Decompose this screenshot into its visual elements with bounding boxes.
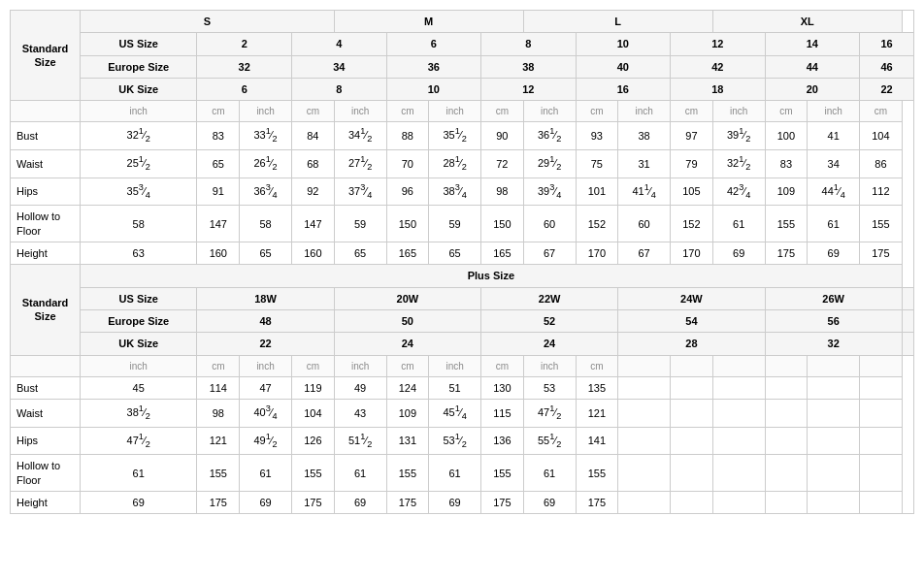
height-value: 160 bbox=[292, 242, 335, 265]
bust-value: 97 bbox=[671, 122, 713, 150]
plus-uk-size-label: UK Size bbox=[81, 333, 197, 355]
height-value: 69 bbox=[712, 242, 765, 265]
plus-waist-value: 451⁄4 bbox=[429, 399, 481, 427]
uk-size-value: 16 bbox=[576, 78, 671, 100]
height-label: Height bbox=[11, 242, 81, 265]
hollow_to_floor-value: 147 bbox=[197, 206, 240, 242]
plus-waist-label: Waist bbox=[11, 399, 81, 427]
plus-hollow_to_floor-value: 61 bbox=[81, 455, 197, 492]
height-value: 65 bbox=[429, 242, 481, 265]
plus-us-size-value: 20W bbox=[334, 287, 480, 309]
unit-label: cm bbox=[197, 101, 240, 122]
waist-row: Waist251⁄265261⁄268271⁄270281⁄272291⁄275… bbox=[11, 149, 914, 178]
plus-height-value: 69 bbox=[429, 491, 481, 513]
hips-value: 373⁄4 bbox=[334, 178, 386, 206]
hollow_to_floor-row: Hollow to Floor5814758147591505915060152… bbox=[11, 206, 914, 242]
plus-bust-value: 47 bbox=[240, 376, 292, 399]
hips-value: 101 bbox=[576, 178, 618, 206]
hollow_to_floor-value: 150 bbox=[481, 206, 524, 242]
us-size-value: 4 bbox=[292, 33, 387, 55]
europe-size-value: 34 bbox=[292, 55, 387, 78]
plus-hollow_to_floor-value: 155 bbox=[576, 455, 618, 492]
plus-waist-value: 471⁄2 bbox=[523, 399, 576, 427]
waist-value: 83 bbox=[765, 149, 808, 178]
unit-label: cm bbox=[481, 101, 524, 122]
plus-hips-label: Hips bbox=[11, 427, 81, 455]
plus-bust-value: 114 bbox=[197, 376, 240, 399]
plus-bust-value: 119 bbox=[292, 376, 335, 399]
hips-value: 91 bbox=[197, 178, 240, 206]
empty-label-plus bbox=[11, 355, 81, 376]
unit-label: inch bbox=[618, 101, 671, 122]
bust-value: 351⁄2 bbox=[429, 122, 481, 150]
unit-label: cm bbox=[292, 101, 335, 122]
uk-size-value: 6 bbox=[197, 78, 292, 100]
waist-value: 65 bbox=[197, 149, 240, 178]
plus-us-size-value: 18W bbox=[197, 287, 334, 309]
bust-value: 321⁄2 bbox=[81, 122, 197, 150]
plus-hips-value: 511⁄2 bbox=[334, 427, 386, 455]
bust-value: 104 bbox=[860, 122, 903, 150]
plus-europe-size-value: 48 bbox=[197, 309, 334, 332]
waist-value: 34 bbox=[808, 149, 860, 178]
bust-value: 41 bbox=[808, 122, 860, 150]
plus-unit-label: cm bbox=[197, 355, 240, 376]
plus-height-value: 69 bbox=[240, 491, 292, 513]
hollow_to_floor-label: Hollow to Floor bbox=[11, 206, 81, 242]
unit-label: inch bbox=[523, 101, 576, 122]
height-value: 65 bbox=[240, 242, 292, 265]
plus-waist-row: Waist381⁄298403⁄410443109451⁄4115471⁄212… bbox=[11, 399, 914, 427]
europe-size-row: Europe Size3234363840424446 bbox=[11, 55, 914, 78]
hollow_to_floor-value: 147 bbox=[292, 206, 335, 242]
l-size-header: L bbox=[523, 11, 712, 33]
europe-size-value: 44 bbox=[765, 55, 860, 78]
bust-value: 361⁄2 bbox=[523, 122, 576, 150]
plus-height-label: Height bbox=[11, 491, 81, 513]
hollow_to_floor-value: 150 bbox=[386, 206, 429, 242]
m-size-header: M bbox=[334, 11, 523, 33]
plus-waist-value: 403⁄4 bbox=[240, 399, 292, 427]
plus-hips-value: 121 bbox=[197, 427, 240, 455]
plus-hips-row: Hips471⁄2121491⁄2126511⁄2131531⁄2136551⁄… bbox=[11, 427, 914, 455]
hips-value: 105 bbox=[671, 178, 713, 206]
plus-hips-value: 531⁄2 bbox=[429, 427, 481, 455]
height-row: Height6316065160651656516567170671706917… bbox=[11, 242, 914, 265]
hips-value: 96 bbox=[386, 178, 429, 206]
plus-hips-value: 471⁄2 bbox=[81, 427, 197, 455]
plus-us-size-value: 24W bbox=[618, 287, 765, 309]
plus-europe-size-row: Europe Size4850525456 bbox=[11, 309, 914, 332]
standard-size-label: StandardSize bbox=[11, 11, 81, 101]
plus-hips-value: 131 bbox=[386, 427, 429, 455]
bust-value: 100 bbox=[765, 122, 808, 150]
plus-height-value: 69 bbox=[523, 491, 576, 513]
uk-size-value: 12 bbox=[481, 78, 577, 100]
plus-hollow_to_floor-value: 155 bbox=[197, 455, 240, 492]
hips-value: 423⁄4 bbox=[712, 178, 765, 206]
hollow_to_floor-value: 152 bbox=[671, 206, 713, 242]
bust-value: 90 bbox=[481, 122, 524, 150]
europe-size-value: 42 bbox=[671, 55, 766, 78]
hollow_to_floor-value: 152 bbox=[576, 206, 618, 242]
hollow_to_floor-value: 59 bbox=[429, 206, 481, 242]
hollow_to_floor-value: 61 bbox=[712, 206, 765, 242]
plus-waist-value: 121 bbox=[576, 399, 618, 427]
plus-bust-label: Bust bbox=[11, 376, 81, 399]
plus-europe-size-label: Europe Size bbox=[81, 309, 197, 332]
unit-label: inch bbox=[808, 101, 860, 122]
xl-size-header: XL bbox=[712, 11, 902, 33]
waist-value: 281⁄2 bbox=[429, 149, 481, 178]
unit-label: cm bbox=[386, 101, 429, 122]
height-value: 175 bbox=[860, 242, 903, 265]
plus-uk-size-value: 32 bbox=[765, 333, 902, 355]
uk-size-value: 8 bbox=[292, 78, 387, 100]
waist-value: 31 bbox=[618, 149, 671, 178]
height-value: 165 bbox=[386, 242, 429, 265]
plus-waist-value: 381⁄2 bbox=[81, 399, 197, 427]
plus-bust-value: 49 bbox=[334, 376, 386, 399]
waist-value: 79 bbox=[671, 149, 713, 178]
unit-label: cm bbox=[576, 101, 618, 122]
hollow_to_floor-value: 58 bbox=[81, 206, 197, 242]
units-header-row: inchcminchcminchcminchcminchcminchcminch… bbox=[11, 101, 914, 122]
hips-value: 112 bbox=[860, 178, 903, 206]
hips-value: 363⁄4 bbox=[240, 178, 292, 206]
